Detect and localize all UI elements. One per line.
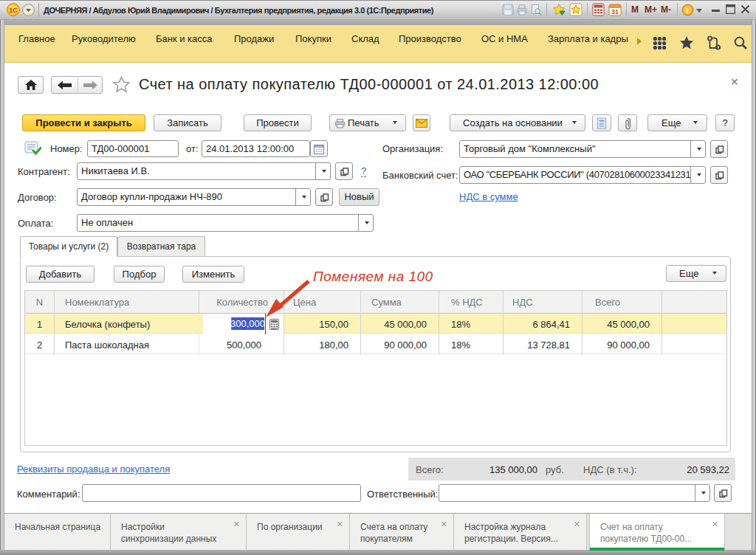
svg-text:i: i: [687, 7, 689, 15]
svg-text:1С: 1С: [9, 7, 18, 14]
svg-text:31: 31: [611, 8, 619, 15]
